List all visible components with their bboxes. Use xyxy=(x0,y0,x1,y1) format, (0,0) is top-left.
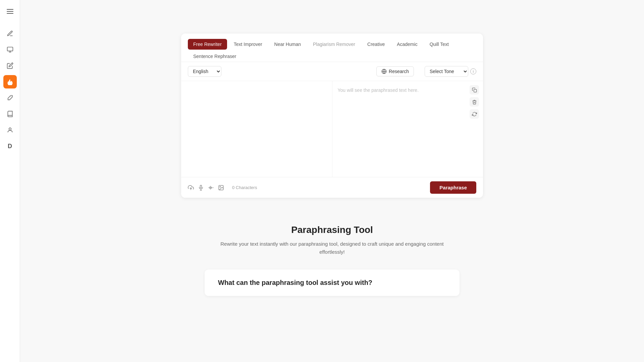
pencil-icon[interactable] xyxy=(3,27,17,40)
svg-rect-9 xyxy=(200,185,202,188)
mic-icon[interactable] xyxy=(198,185,204,191)
sub-card: What can the paraphrasing tool assist yo… xyxy=(205,269,460,296)
research-label: Research xyxy=(389,69,409,74)
d-label-icon[interactable]: D xyxy=(3,139,17,153)
input-pane xyxy=(181,81,332,177)
editor-area: You will see the paraphrased text here. xyxy=(181,81,483,177)
tool-card: Free Rewriter Text Improver Near Human P… xyxy=(181,34,483,198)
output-pane: You will see the paraphrased text here. xyxy=(332,81,483,177)
copy-icon xyxy=(472,87,477,93)
tab-academic[interactable]: Academic xyxy=(391,39,423,50)
paraphrasing-tool-description: Rewrite your text instantly with our par… xyxy=(211,240,453,256)
tab-free-rewriter[interactable]: Free Rewriter xyxy=(188,39,227,50)
controls-row: English Spanish French German Research S… xyxy=(181,62,483,81)
tone-info-icon[interactable]: i xyxy=(470,68,476,74)
tab-plagiarism-remover[interactable]: Plagiarism Remover xyxy=(308,39,361,50)
book-icon[interactable] xyxy=(3,107,17,121)
upload-icon[interactable] xyxy=(188,185,194,191)
trash-icon xyxy=(472,100,477,105)
delete-button[interactable] xyxy=(470,97,479,107)
bottom-bar: 0 Characters Paraphrase xyxy=(181,177,483,198)
image-icon[interactable] xyxy=(218,185,224,191)
bottom-icons xyxy=(188,185,224,191)
svg-point-19 xyxy=(220,186,220,187)
tab-near-human[interactable]: Near Human xyxy=(269,39,306,50)
tab-text-improver[interactable]: Text Improver xyxy=(228,39,268,50)
tone-select-wrap: Select Tone Formal Informal Professional… xyxy=(425,66,476,77)
copy-button[interactable] xyxy=(470,85,479,95)
svg-line-3 xyxy=(11,97,11,97)
language-select[interactable]: English Spanish French German xyxy=(188,66,221,77)
tab-quill-text[interactable]: Quill Text xyxy=(424,39,454,50)
monitor-icon[interactable] xyxy=(3,43,17,56)
char-count: 0 Characters xyxy=(232,185,257,190)
output-placeholder-text: You will see the paraphrased text here. xyxy=(338,86,478,94)
pen-icon[interactable] xyxy=(3,91,17,105)
svg-rect-7 xyxy=(474,89,476,92)
refresh-icon xyxy=(472,112,477,117)
svg-rect-0 xyxy=(7,47,13,51)
svg-point-4 xyxy=(9,128,11,130)
waveform-icon[interactable] xyxy=(208,185,214,191)
output-actions xyxy=(470,85,479,119)
sidebar: D xyxy=(0,0,20,362)
edit-icon[interactable] xyxy=(3,59,17,72)
main-content: Free Rewriter Text Improver Near Human P… xyxy=(20,0,644,362)
paraphrase-button[interactable]: Paraphrase xyxy=(430,181,476,194)
person-icon[interactable] xyxy=(3,123,17,137)
tab-creative[interactable]: Creative xyxy=(362,39,390,50)
research-button[interactable]: Research xyxy=(376,66,414,76)
input-textarea[interactable] xyxy=(186,86,327,170)
tab-sentence-rephraser[interactable]: Sentence Rephraser xyxy=(188,51,241,62)
paraphrasing-tool-title: Paraphrasing Tool xyxy=(211,225,453,235)
info-section: Paraphrasing Tool Rewrite your text inst… xyxy=(205,211,460,263)
flame-icon[interactable] xyxy=(3,75,17,88)
menu-button[interactable] xyxy=(4,5,16,17)
refresh-button[interactable] xyxy=(470,109,479,119)
sub-card-title: What can the paraphrasing tool assist yo… xyxy=(218,279,446,287)
globe-icon xyxy=(381,69,387,74)
tabs-row: Free Rewriter Text Improver Near Human P… xyxy=(181,34,483,62)
tone-select[interactable]: Select Tone Formal Informal Professional… xyxy=(425,66,468,77)
